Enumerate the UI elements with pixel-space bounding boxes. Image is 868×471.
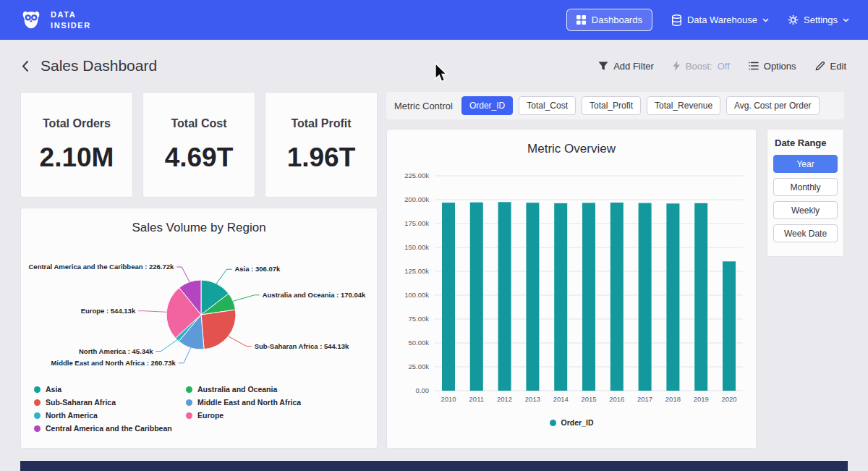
settings-menu[interactable]: Settings [788,14,849,25]
chevron-down-icon [762,18,769,22]
legend-dot [550,420,556,426]
svg-text:2019: 2019 [694,395,709,403]
kpi-value: 4.69T [143,143,255,173]
svg-text:2013: 2013 [525,395,540,403]
page-header: Sales Dashboard Add Filter Boost: Off [0,40,868,92]
bar [582,203,595,391]
legend-label: Central America and the Caribbean [46,424,172,433]
legend-label: Asia [46,385,61,394]
legend-column: Australia and OceaniaMiddle East and Nor… [186,385,338,433]
bar [470,203,483,391]
settings-label: Settings [804,14,838,25]
brand-line-1: DATA [51,9,91,20]
data-warehouse-menu[interactable]: Data Warehouse [671,14,769,26]
pie-label-line [216,269,231,284]
kpi-card-total-cost: Total Cost 4.69T [142,92,255,198]
chevron-left-icon [22,60,29,72]
legend-dot [34,412,41,419]
kpi-card-total-profit: Total Profit 1.96T [265,92,378,198]
edit-button[interactable]: Edit [815,61,846,72]
legend-dot [186,399,192,406]
dashboards-label: Dashboards [592,14,642,25]
kpi-label: Total Cost [143,117,255,130]
svg-text:2011: 2011 [469,395,484,403]
date-range-button-week-date[interactable]: Week Date [773,224,838,242]
boost-label: Boost: [686,61,712,72]
dashboards-button[interactable]: Dashboards [566,9,652,31]
pie-label-line [156,340,177,352]
add-filter-button[interactable]: Add Filter [598,61,654,72]
pencil-icon [815,61,825,71]
bar [723,261,736,391]
add-filter-label: Add Filter [613,61,654,72]
kpi-label: Total Orders [21,117,132,130]
svg-text:2010: 2010 [441,395,456,403]
kpi-row: Total Orders 2.10M Total Cost 4.69T Tota… [20,92,378,198]
svg-text:2016: 2016 [609,395,624,403]
svg-text:225.00k: 225.00k [404,171,429,179]
legend-label: Australia and Oceania [197,385,277,394]
metric-button-avg-cost-per-order[interactable]: Avg. Cost per Order [726,96,820,115]
kpi-value: 2.10M [21,143,132,173]
legend-label: Order_ID [561,418,594,427]
database-icon [671,14,682,26]
footer-strip [20,461,848,471]
bar [442,203,455,391]
svg-text:75.00k: 75.00k [408,315,429,323]
svg-text:50.00k: 50.00k [408,339,429,347]
options-button[interactable]: Options [749,61,796,72]
svg-text:2014: 2014 [553,395,569,403]
brand-line-2: INSIDER [51,20,91,31]
metric-button-total-revenue[interactable]: Total_Revenue [647,96,720,115]
navbar-menu: Dashboards Data Warehouse [566,9,849,31]
svg-text:25.00k: 25.00k [408,362,429,370]
metric-button-total-cost[interactable]: Total_Cost [519,96,576,115]
header-actions: Add Filter Boost: Off Options [598,61,846,72]
funnel-icon [598,61,608,71]
bar-chart-legend: Order_ID [387,418,756,427]
metric-overview-card: Metric Overview 0.0025.00k50.00k75.00k10… [386,129,757,449]
date-range-title: Date Range [773,137,838,148]
edit-label: Edit [830,61,846,72]
gear-icon [788,14,799,25]
svg-text:125.00k: 125.00k [404,267,429,275]
top-navbar: DATA INSIDER Dashboards [0,0,868,40]
kpi-card-total-orders: Total Orders 2.10M [20,92,133,198]
bar [639,203,652,391]
pie-label: Australia and Oceania : 170.04k [263,291,366,299]
svg-text:2020: 2020 [721,395,736,403]
page-title: Sales Dashboard [41,57,157,75]
chevron-down-icon [843,18,849,22]
metric-button-order-id[interactable]: Order_ID [461,96,513,115]
sales-volume-card: Sales Volume by Region Asia : 306.07kAus… [20,208,378,449]
pie-label: Asia : 306.07k [234,265,281,273]
bar [498,202,511,391]
pie-label: Europe : 544.13k [81,307,136,315]
grid-icon [576,15,586,25]
pie-label-line [229,336,252,347]
legend-label: Europe [197,411,224,420]
owl-logo-icon [19,8,43,33]
pie-label-line [176,267,190,282]
pie-label: Middle East and North Africa : 260.73k [51,359,176,367]
legend-column: AsiaSub-Saharan AfricaNorth AmericaCentr… [34,385,186,433]
bar [526,203,539,391]
brand-logo[interactable]: DATA INSIDER [19,8,91,33]
metric-button-total-profit[interactable]: Total_Profit [582,96,641,115]
back-button[interactable] [22,60,29,72]
boost-toggle[interactable]: Boost: Off [673,61,730,72]
metric-control-label: Metric Control [394,101,453,111]
bar [694,203,707,391]
svg-text:175.00k: 175.00k [404,219,429,227]
date-range-button-year[interactable]: Year [773,155,838,173]
legend-item: Europe [186,411,338,420]
date-range-button-weekly[interactable]: Weekly [773,201,838,219]
kpi-value: 1.96T [265,143,377,173]
metric-control-bar: Metric Control Order_ID Total_Cost Total… [386,92,844,119]
legend-label: Sub-Saharan Africa [46,398,116,407]
bar [610,203,624,391]
pie-label-line [233,295,260,302]
legend-item: North America [34,411,186,420]
date-range-button-monthly[interactable]: Monthly [773,178,838,196]
svg-text:2017: 2017 [637,395,652,403]
